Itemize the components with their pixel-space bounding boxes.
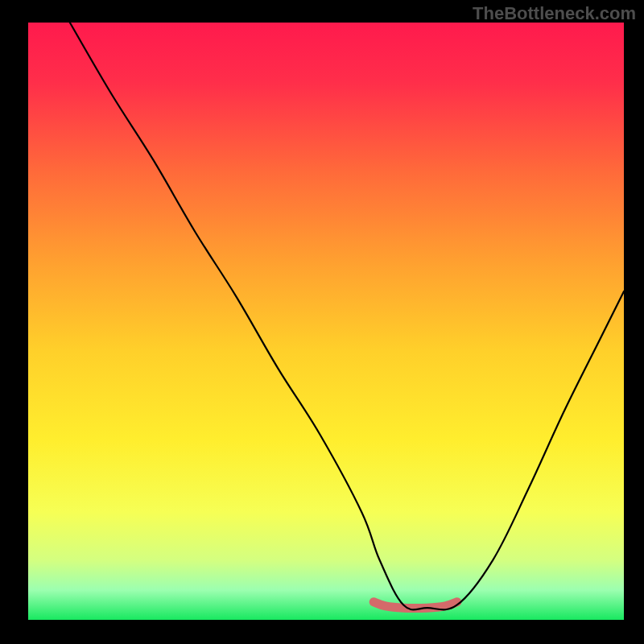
watermark-text: TheBottleneck.com (473, 3, 636, 24)
plot-background (28, 23, 624, 620)
bottleneck-chart (0, 0, 644, 644)
chart-frame: TheBottleneck.com (0, 0, 644, 644)
